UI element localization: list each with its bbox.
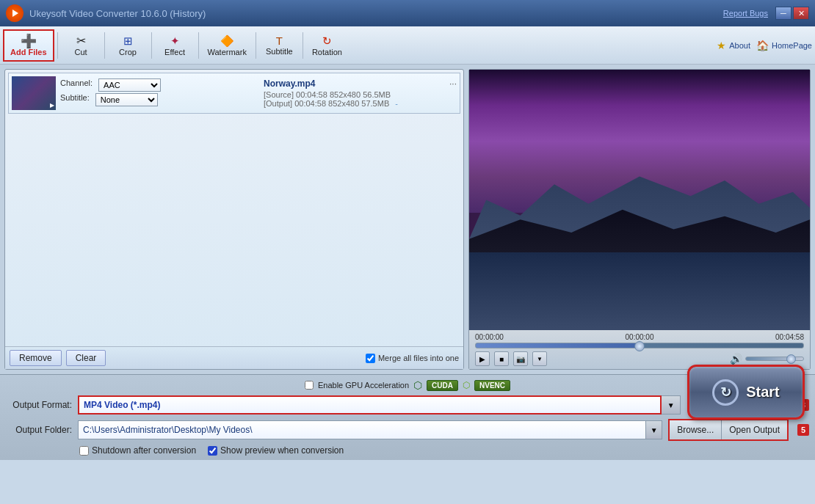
effect-label: Effect (164, 48, 185, 56)
add-files-label: Add Files (10, 48, 47, 56)
report-bugs-link[interactable]: Report Bugs (723, 9, 768, 18)
effect-button[interactable]: ✦ Effect (155, 29, 195, 62)
progress-fill (476, 343, 640, 348)
separator-4 (198, 32, 199, 59)
stop-button[interactable]: ■ (494, 351, 509, 366)
crop-label: Crop (119, 48, 137, 56)
about-label: About (729, 41, 750, 50)
folder-path-input[interactable] (78, 420, 646, 439)
about-button[interactable]: ★ About (717, 40, 750, 51)
file-menu-dots[interactable]: ··· (449, 78, 457, 89)
toolbar: ➕ Add Files ✂ Cut ⊞ Crop ✦ Effect 🔶 Wate… (0, 26, 815, 65)
camera-button[interactable]: 📷 (513, 351, 528, 366)
file-name-area: Norway.mp4 ··· [Source] 00:04:58 852x480… (258, 78, 457, 108)
cut-button[interactable]: ✂ Cut (61, 29, 101, 62)
add-files-button[interactable]: ➕ Add Files (3, 29, 54, 62)
subtitle-ctrl-label: Subtitle: (60, 93, 90, 106)
merge-label: Merge all files into one (378, 354, 459, 362)
options-row: Shutdown after conversion Show preview w… (6, 445, 809, 456)
browse-open-group: Browse... Open Output (668, 419, 789, 441)
format-select-container: ▼ (78, 395, 681, 414)
playback-controls: ▶ ■ 📷 ▼ 🔊 (475, 351, 804, 366)
crop-icon: ⊞ (123, 34, 133, 48)
close-button[interactable]: ✕ (793, 7, 809, 20)
folder-input-group: ▼ (78, 420, 662, 439)
clear-button[interactable]: Clear (66, 350, 106, 366)
subtitle-label: Subtitle (266, 47, 293, 56)
list-bottom: Remove Clear Merge all files into one (5, 346, 463, 369)
shutdown-checkbox[interactable] (79, 446, 89, 456)
file-item: Channel: AAC Subtitle: None (8, 73, 460, 114)
file-info: Channel: AAC Subtitle: None (60, 78, 253, 108)
crop-button[interactable]: ⊞ Crop (108, 29, 148, 62)
progress-thumb[interactable] (634, 341, 645, 351)
dropdown-button[interactable]: ▼ (532, 351, 547, 366)
homepage-button[interactable]: 🏠 HomePage (756, 40, 812, 51)
cuda-badge: CUDA (427, 380, 458, 391)
file-name: Norway.mp4 (264, 78, 449, 89)
file-list-panel: Channel: AAC Subtitle: None (4, 69, 464, 370)
merge-checkbox[interactable] (366, 354, 375, 363)
rotation-button[interactable]: ↻ Rotation (306, 29, 348, 62)
play-button[interactable]: ▶ (475, 351, 490, 366)
cut-label: Cut (74, 48, 87, 56)
water-layer (469, 252, 810, 331)
format-input[interactable] (78, 395, 662, 414)
subtitle-icon: T (276, 34, 283, 47)
format-dropdown-button[interactable]: ▼ (662, 395, 681, 414)
rotation-label: Rotation (312, 48, 342, 56)
shutdown-label-group: Shutdown after conversion (79, 445, 196, 456)
add-files-icon: ➕ (21, 34, 37, 48)
main-content: Channel: AAC Subtitle: None (0, 65, 815, 374)
window-controls: ─ ✕ (775, 7, 809, 20)
video-controls: 00:00:00 00:00:00 00:04:58 ▶ ■ 📷 ▼ 🔊 (469, 330, 810, 369)
rotation-icon: ↻ (322, 34, 332, 48)
start-button[interactable]: ↻ Start (687, 365, 805, 420)
subtitle-button[interactable]: T Subtitle (259, 29, 300, 62)
file-controls: Channel: AAC (60, 78, 253, 92)
merge-checkbox-group: Merge all files into one (366, 354, 459, 363)
separator-2 (104, 32, 105, 59)
gpu-label: Enable GPU Acceleration (318, 381, 409, 390)
file-list: Channel: AAC Subtitle: None (5, 70, 463, 346)
start-icon: ↻ (712, 379, 739, 406)
time-labels: 00:00:00 00:00:00 00:04:58 (475, 333, 804, 341)
gpu-checkbox[interactable] (305, 381, 314, 390)
app-logo (6, 4, 23, 22)
minimize-button[interactable]: ─ (775, 7, 792, 20)
channel-select[interactable]: AAC (98, 78, 161, 92)
volume-icon: 🔊 (730, 353, 742, 365)
homepage-label: HomePage (772, 41, 812, 50)
separator-5 (256, 32, 256, 59)
file-thumbnail (12, 76, 56, 110)
browse-badge: 5 (797, 424, 809, 436)
video-preview-panel: 00:00:00 00:00:00 00:04:58 ▶ ■ 📷 ▼ 🔊 (468, 69, 811, 370)
folder-dropdown-button[interactable]: ▼ (646, 420, 662, 439)
time-start: 00:00:00 (475, 333, 504, 341)
time-mid: 00:00:00 (626, 333, 654, 341)
progress-bar[interactable] (475, 343, 804, 348)
volume-thumb[interactable] (786, 354, 796, 364)
separator-3 (151, 32, 152, 59)
subtitle-select[interactable]: None (95, 93, 158, 106)
toolbar-right: ★ About 🏠 HomePage (717, 40, 812, 51)
gpu-icon: ⬡ (413, 379, 422, 391)
preview-label-group: Show preview when conversion (208, 445, 344, 456)
preview-checkbox[interactable] (208, 446, 217, 456)
time-end: 00:04:58 (775, 333, 804, 341)
separator-1 (57, 32, 58, 59)
separator-6 (303, 32, 303, 59)
start-label: Start (746, 384, 780, 401)
file-source-info: [Source] 00:04:58 852x480 56.5MB [Output… (264, 90, 457, 108)
bottom-section: Enable GPU Acceleration ⬡ CUDA ⬡ NVENC O… (0, 374, 815, 460)
about-icon: ★ (717, 40, 726, 51)
volume-slider[interactable] (745, 357, 804, 361)
watermark-button[interactable]: 🔶 Watermark (202, 29, 253, 62)
browse-button[interactable]: Browse... (670, 420, 722, 439)
remove-button[interactable]: Remove (10, 350, 62, 366)
watermark-icon: 🔶 (220, 34, 234, 48)
open-output-button[interactable]: Open Output (722, 420, 787, 439)
folder-label: Output Folder: (6, 425, 72, 435)
channel-label: Channel: (60, 78, 93, 92)
video-preview (469, 70, 810, 330)
